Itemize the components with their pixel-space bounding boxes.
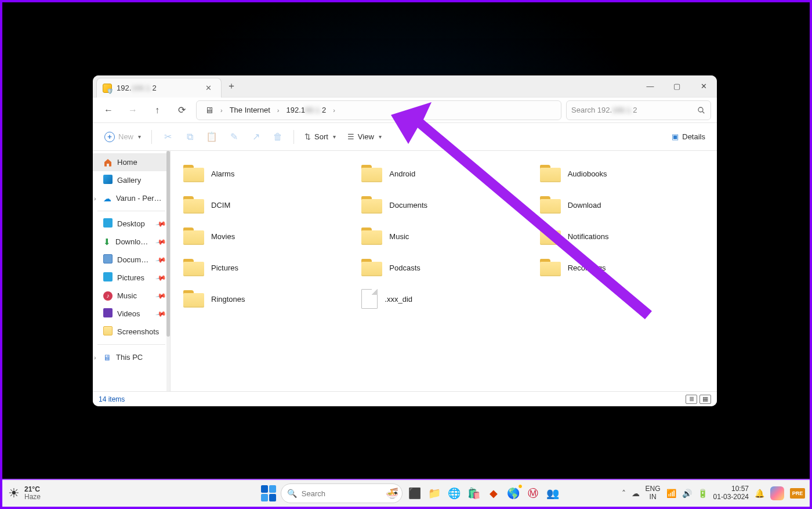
preview-badge[interactable]: PRE [790, 488, 805, 499]
sidebar-item-gallery[interactable]: Gallery [93, 171, 170, 189]
taskbar-widgets[interactable]: ☀ 21°C Haze [2, 486, 200, 501]
paste-button[interactable]: 📋 [202, 127, 222, 147]
folder-icon [183, 196, 204, 214]
folder-item[interactable]: Documents [358, 189, 529, 221]
folder-item[interactable]: Audiobooks [536, 158, 708, 189]
folder-icon [361, 259, 382, 276]
folder-icon [540, 259, 561, 276]
sidebar-item-desktop[interactable]: Desktop📌 [93, 215, 170, 233]
home-icon [103, 158, 113, 167]
battery-icon[interactable]: 🔋 [698, 489, 708, 498]
folder-item[interactable]: Pictures [180, 252, 351, 283]
rename-button[interactable]: ✎ [224, 127, 244, 147]
view-switcher: ≣ ▦ [686, 395, 711, 404]
folder-item[interactable]: Download [536, 189, 708, 221]
chevron-right-icon[interactable]: › [276, 107, 281, 114]
folder-content[interactable]: AlarmsAndroidAudiobooksDCIMDocumentsDown… [171, 151, 717, 391]
folder-icon [361, 228, 382, 245]
language-indicator[interactable]: ENGIN [646, 485, 661, 501]
store-taskbar-icon[interactable]: 🛍️ [466, 486, 481, 501]
sidebar-item-pictures[interactable]: Pictures📌 [93, 269, 170, 287]
sidebar-item-downloads[interactable]: ⬇Downloads📌 [93, 233, 170, 251]
folder-item[interactable]: Alarms [180, 158, 351, 189]
tab-close-button[interactable]: ✕ [202, 82, 215, 93]
address-bar[interactable]: 🖥 › The Internet › 192.168.1.2 › [196, 100, 561, 120]
sidebar-item-label: Downloads [115, 237, 152, 246]
minimize-button[interactable]: — [637, 75, 664, 97]
up-button[interactable]: ↑ [147, 100, 167, 120]
root-icon[interactable]: 🖥 [200, 103, 218, 117]
sidebar-item-documents[interactable]: Documents📌 [93, 251, 170, 269]
item-label: Download [568, 201, 601, 210]
sidebar-item-this-pc[interactable]: ›🖥This PC [93, 348, 170, 366]
sidebar-item-screenshots[interactable]: Screenshots [93, 323, 170, 341]
file-explorer-taskbar-icon[interactable]: 📁 [427, 486, 442, 501]
taskbar-search[interactable]: 🔍 Search 🍜 [281, 483, 403, 503]
copilot-icon[interactable] [770, 486, 784, 500]
folder-item[interactable]: Ringtones [180, 283, 351, 315]
sidebar-item-label: Music [117, 291, 137, 300]
new-button[interactable]: + New ▾ [100, 127, 146, 147]
folder-item[interactable]: Music [358, 221, 529, 252]
task-view-button[interactable]: ⬛ [407, 486, 422, 501]
tray-chevron-up-icon[interactable]: ˄ [622, 489, 626, 498]
refresh-button[interactable]: ⟳ [172, 100, 191, 120]
explorer-body: HomeGallery›☁Varun - Personal Desktop📌⬇D… [93, 151, 717, 391]
start-button[interactable] [261, 486, 276, 501]
sidebar-item-music[interactable]: ♪Music📌 [93, 287, 170, 305]
chevron-right-icon[interactable]: › [219, 107, 224, 114]
pin-icon: 📌 [155, 218, 166, 229]
file-item[interactable]: .xxx_did [358, 283, 529, 315]
sort-button[interactable]: ⇅ Sort ▾ [300, 127, 340, 147]
app-taskbar-icon[interactable]: ◆ [486, 486, 501, 501]
icons-view-button[interactable]: ▦ [699, 395, 711, 404]
breadcrumb-internet[interactable]: The Internet [225, 103, 275, 117]
volume-icon[interactable]: 🔊 [682, 489, 692, 498]
chevron-right-icon[interactable]: › [94, 354, 96, 361]
teams-taskbar-icon[interactable]: 👥 [545, 486, 560, 501]
item-label: Notifications [568, 232, 609, 241]
view-button[interactable]: ☰ View ▾ [343, 127, 386, 147]
folder-item[interactable]: Movies [180, 221, 351, 252]
close-button[interactable]: ✕ [690, 75, 717, 97]
chevron-right-icon[interactable]: › [332, 107, 336, 114]
cut-button[interactable]: ✂ [158, 127, 177, 147]
sidebar-item-varun-personal[interactable]: ›☁Varun - Personal [93, 189, 170, 207]
folder-item[interactable]: DCIM [180, 189, 351, 221]
onedrive-icon: ☁ [103, 194, 111, 203]
delete-button[interactable]: 🗑 [268, 127, 288, 147]
details-pane-button[interactable]: ▣ Details [667, 127, 710, 147]
maximize-button[interactable]: ▢ [664, 75, 690, 97]
item-count: 14 items [99, 395, 125, 403]
wifi-icon[interactable]: 📶 [666, 489, 676, 498]
edge-taskbar-icon[interactable]: 🌐 [447, 486, 462, 501]
sidebar-item-home[interactable]: Home [93, 153, 170, 171]
forward-button[interactable]: → [123, 100, 143, 120]
app-taskbar-icon[interactable]: 🌎 [506, 486, 521, 501]
details-view-button[interactable]: ≣ [686, 395, 697, 404]
copy-button[interactable]: ⧉ [180, 127, 200, 147]
mcafee-taskbar-icon[interactable]: Ⓜ [525, 486, 541, 501]
sidebar-scrollbar-thumb[interactable] [166, 151, 170, 337]
share-button[interactable]: ↗ [246, 127, 266, 147]
sidebar-item-videos[interactable]: Videos📌 [93, 305, 170, 323]
sidebar-item-label: This PC [116, 353, 143, 362]
clock[interactable]: 10:5701-03-2024 [713, 485, 749, 501]
notifications-icon[interactable]: 🔔 [755, 489, 764, 498]
search-input[interactable]: Search 192.168.1.2 [566, 100, 711, 120]
folder-item[interactable]: Android [358, 158, 529, 189]
breadcrumb-host[interactable]: 192.168.1.2 [281, 103, 331, 117]
item-label: Audiobooks [568, 169, 607, 178]
back-button[interactable]: ← [99, 100, 118, 120]
taskbar: ☀ 21°C Haze 🔍 Search 🍜 ⬛ 📁 🌐 🛍️ ◆ 🌎 Ⓜ 👥 … [2, 479, 810, 507]
share-icon: ↗ [252, 131, 260, 142]
folder-item[interactable]: Podcasts [358, 252, 529, 283]
item-label: Podcasts [389, 263, 420, 272]
folder-item[interactable]: Recordings [536, 252, 708, 283]
new-tab-button[interactable]: ＋ [222, 75, 241, 97]
chevron-right-icon[interactable]: › [94, 195, 96, 202]
paste-icon: 📋 [206, 131, 217, 142]
folder-item[interactable]: Notifications [536, 221, 708, 252]
tab-active[interactable]: 192.168.1.2 ✕ [96, 78, 222, 98]
tray-onedrive-icon[interactable]: ☁ [632, 489, 640, 498]
